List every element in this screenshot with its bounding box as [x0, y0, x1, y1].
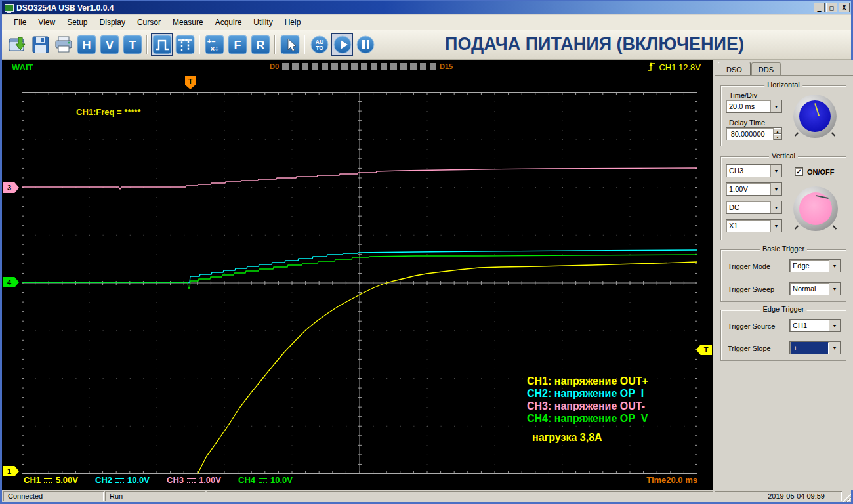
- trigger-mode-value: Edge: [790, 262, 829, 270]
- spinner-arrows[interactable]: ▲▼: [773, 128, 781, 140]
- vertical-knob[interactable]: [793, 186, 838, 231]
- channel-scale-labels: CH15.00VCH210.0VCH31.00VCH410.0V: [24, 475, 293, 485]
- probe-select[interactable]: X1 ▼: [726, 219, 782, 232]
- app-icon: [5, 4, 14, 12]
- chevron-down-icon[interactable]: ▼: [770, 201, 781, 213]
- trigger-mode-select[interactable]: Edge ▼: [789, 259, 841, 272]
- dc-coupling-icon: [44, 478, 52, 483]
- trigger-marker[interactable]: T: [696, 345, 712, 355]
- timediv-select[interactable]: 20.0 ms ▼: [726, 100, 782, 113]
- pause-button[interactable]: [354, 33, 376, 56]
- menu-item-acquire[interactable]: Acquire: [210, 16, 247, 28]
- resize-grip[interactable]: [843, 494, 851, 502]
- channel-3-marker[interactable]: 3: [3, 182, 19, 193]
- play-button[interactable]: [331, 33, 353, 56]
- letter-R-button[interactable]: R: [249, 33, 271, 56]
- channel-scale-ch1: CH15.00V: [24, 475, 78, 485]
- chevron-down-icon[interactable]: ▼: [770, 100, 781, 112]
- auto-button[interactable]: AUTO: [308, 33, 330, 56]
- svg-text:R: R: [256, 39, 264, 52]
- vertical-group-title: Vertical: [769, 152, 798, 159]
- chevron-down-icon[interactable]: ▼: [770, 220, 781, 232]
- menu-item-cursor[interactable]: Cursor: [132, 16, 166, 28]
- chevron-down-icon[interactable]: ▼: [829, 283, 840, 295]
- chevron-down-icon[interactable]: ▼: [770, 183, 781, 195]
- tab-dso[interactable]: DSO: [718, 62, 751, 76]
- d-bus-square: [390, 63, 397, 70]
- trigger-slope-select[interactable]: + ▼: [789, 341, 841, 354]
- chevron-down-icon[interactable]: ▼: [829, 342, 840, 354]
- chevron-down-icon[interactable]: ▼: [829, 320, 840, 331]
- d-bus-square: [341, 63, 348, 70]
- open-file-button[interactable]: [7, 33, 28, 56]
- menu-item-file[interactable]: File: [9, 16, 31, 28]
- svg-text:AU: AU: [315, 38, 323, 45]
- spin-up-icon[interactable]: ▲: [774, 128, 781, 134]
- channel-name: CH1: [24, 475, 41, 485]
- tab-dds[interactable]: DDS: [751, 62, 781, 75]
- delay-time-spinner[interactable]: -80.000000 ▲▼: [726, 127, 782, 140]
- channel-onoff-checkbox[interactable]: ✓ ON/OFF: [795, 167, 835, 176]
- app-window: DSO3254A USB Ver1.0.0.4 _ □ X FileViewSe…: [0, 0, 853, 504]
- menu-item-view[interactable]: View: [33, 16, 60, 28]
- channel-1-marker[interactable]: 1: [3, 466, 19, 476]
- pulse-solid-button[interactable]: [151, 33, 173, 56]
- run-status: Run: [105, 491, 205, 501]
- edge-trigger-group: Edge Trigger Trigger Source CH1 ▼ Trigge…: [720, 310, 846, 361]
- legend-line: CH4: напряжение OP_V: [527, 412, 648, 425]
- menu-item-utility[interactable]: Utility: [248, 16, 278, 28]
- letter-T-button[interactable]: T: [121, 33, 143, 56]
- save-button[interactable]: [30, 33, 51, 56]
- trigger-level-readout: CH1 12.8V: [648, 62, 701, 72]
- minimize-button[interactable]: _: [814, 3, 825, 12]
- channel-name: CH2: [95, 475, 112, 485]
- spin-down-icon[interactable]: ▼: [774, 134, 781, 140]
- d-bus-square: [351, 63, 358, 70]
- math-ops-button[interactable]: +–×÷: [203, 33, 225, 56]
- menu-item-measure[interactable]: Measure: [167, 16, 209, 28]
- print-button[interactable]: [52, 33, 74, 56]
- chevron-down-icon[interactable]: ▼: [829, 260, 840, 272]
- trigger-marker[interactable]: T: [185, 76, 196, 89]
- volts-div-value: 1.00V: [726, 185, 770, 193]
- channel-scale-value: 10.0V: [127, 475, 150, 485]
- probe-value: X1: [726, 222, 770, 230]
- letter-H-button[interactable]: H: [75, 33, 97, 56]
- rising-edge-icon: [648, 62, 655, 72]
- checkmark-icon[interactable]: ✓: [795, 167, 803, 176]
- letter-F-button[interactable]: F: [226, 33, 248, 56]
- horizontal-group: Horizontal Time/Div 20.0 ms ▼ Delay Time…: [720, 85, 846, 146]
- d-bus-square: [381, 63, 387, 70]
- channel-scale-ch2: CH210.0V: [95, 475, 150, 485]
- timediv-label: Time/Div: [729, 91, 757, 99]
- channel-select[interactable]: CH3 ▼: [726, 164, 782, 177]
- close-button[interactable]: X: [839, 3, 850, 12]
- pulse-dashed-button[interactable]: [174, 33, 196, 56]
- status-spacer: [207, 491, 713, 501]
- d-bus-square: [302, 63, 308, 70]
- trigger-mode-label: Trigger Mode: [728, 262, 770, 270]
- dc-coupling-icon: [187, 478, 196, 483]
- d-bus-square: [430, 63, 436, 70]
- toolbar-separator: [274, 35, 276, 54]
- legend-line: CH2: напряжение OP_I: [527, 387, 648, 400]
- menu-item-setup[interactable]: Setup: [62, 16, 93, 28]
- d-bus-square: [410, 63, 417, 70]
- trigger-sweep-select[interactable]: Normal ▼: [789, 282, 841, 295]
- panel-body: Horizontal Time/Div 20.0 ms ▼ Delay Time…: [715, 75, 853, 490]
- connection-status: Connected: [3, 491, 104, 501]
- trigger-source-select[interactable]: CH1 ▼: [789, 319, 841, 332]
- coupling-select[interactable]: DC ▼: [726, 201, 782, 214]
- datetime-display: 2019-05-04 09:59: [715, 491, 842, 501]
- letter-V-button[interactable]: V: [98, 33, 120, 56]
- channel-4-marker[interactable]: 4: [3, 277, 19, 287]
- maximize-button[interactable]: □: [826, 3, 837, 12]
- menu-item-help[interactable]: Help: [280, 16, 306, 28]
- menu-item-display[interactable]: Display: [94, 16, 131, 28]
- chevron-down-icon[interactable]: ▼: [770, 165, 781, 177]
- status-bar: Connected Run 2019-05-04 09:59: [2, 490, 851, 502]
- waveform-ch1: [198, 262, 697, 474]
- volts-div-select[interactable]: 1.00V ▼: [726, 182, 782, 196]
- cursor-arrow-button[interactable]: [279, 33, 301, 56]
- horizontal-knob[interactable]: [793, 94, 837, 138]
